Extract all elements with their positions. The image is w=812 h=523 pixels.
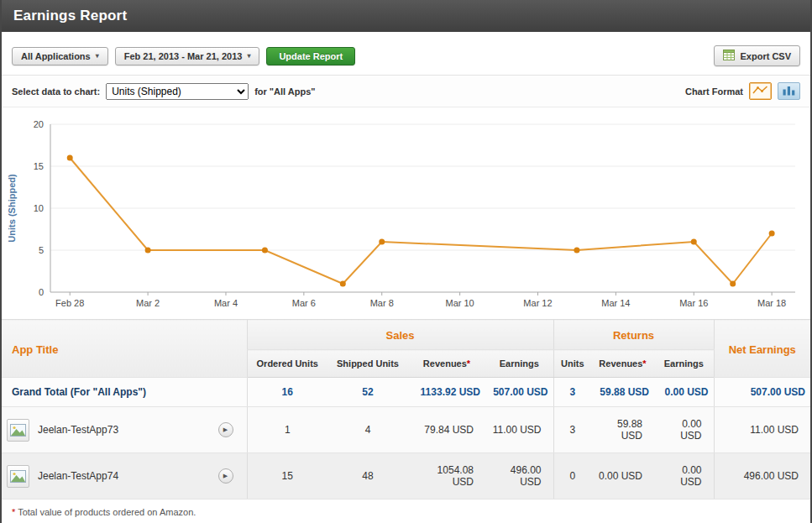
svg-text:Mar 4: Mar 4 [214, 298, 238, 308]
chart-controls: Select data to chart: Units (Shipped) fo… [2, 75, 810, 107]
svg-text:5: 5 [39, 245, 44, 255]
chevron-down-icon: ▾ [96, 53, 99, 60]
bar-chart-format-button[interactable] [778, 82, 800, 100]
for-all-apps-label: for "All Apps" [254, 86, 315, 97]
expand-row-button[interactable]: ▶ [218, 468, 233, 484]
asterisk: * [12, 507, 15, 517]
app-icon [7, 465, 29, 488]
table-cell: 496.00 USD [485, 453, 553, 499]
app-title-header: App Title [2, 320, 247, 378]
net-earnings-header: Net Earnings [714, 320, 810, 378]
table-cell: 16 [247, 378, 327, 407]
grand-total-title: Grand Total (For "All Apps") [2, 378, 247, 407]
table-cell: 507.00 USD [485, 378, 553, 407]
toolbar-left: All Applications ▾ Feb 21, 2013 - Mar 21… [12, 47, 355, 65]
chevron-down-icon: ▾ [247, 53, 250, 60]
table-cell: 3 [553, 378, 591, 407]
table-cell: 52 [327, 378, 408, 407]
returns-units-header: Units [553, 350, 591, 378]
svg-text:Mar 8: Mar 8 [370, 298, 394, 308]
table-cell: 0 [553, 453, 591, 499]
table-row: Jeelan-TestApp74 ▶ 15 48 1054.08 USD 496… [2, 453, 810, 499]
line-chart: 05101520Feb 28Mar 2Mar 4Mar 6Mar 8Mar 10… [3, 114, 809, 317]
svg-text:Mar 12: Mar 12 [523, 298, 552, 308]
applications-dropdown-label: All Applications [21, 51, 91, 61]
table-cell: 4 [327, 407, 408, 453]
returns-earnings-header: Earnings [654, 350, 714, 378]
table-cell: 79.84 USD [408, 407, 485, 453]
page-title: Earnings Report [13, 8, 127, 24]
select-data-label: Select data to chart: [12, 86, 100, 97]
asterisk: * [642, 358, 646, 369]
app-title-text: Jeelan-TestApp73 [38, 424, 118, 436]
svg-text:Mar 14: Mar 14 [601, 298, 630, 308]
svg-text:10: 10 [34, 203, 44, 213]
sales-group-header: Sales [247, 320, 553, 350]
app-icon [7, 419, 29, 442]
svg-text:Units (Shipped): Units (Shipped) [7, 174, 17, 243]
export-csv-button[interactable]: Export CSV [714, 45, 800, 66]
table-group-header-row: App Title Sales Returns Net Earnings [2, 320, 810, 350]
table-cell: 15 [247, 453, 327, 499]
table-cell: 0.00 USD [654, 378, 714, 407]
svg-text:Mar 16: Mar 16 [679, 298, 708, 308]
applications-dropdown[interactable]: All Applications ▾ [12, 47, 108, 65]
svg-text:15: 15 [34, 161, 44, 171]
sales-revenues-label: Revenues [423, 358, 467, 369]
line-chart-icon [752, 85, 768, 98]
app-title-cell: Jeelan-TestApp74 ▶ [2, 453, 247, 499]
table-cell: 1054.08 USD [408, 453, 485, 499]
table-cell: 48 [327, 453, 408, 499]
svg-text:Mar 18: Mar 18 [757, 298, 786, 308]
table-cell: 59.88 USD [591, 378, 654, 407]
grand-total-row: Grand Total (For "All Apps") 16 52 1133.… [2, 378, 810, 407]
table-cell: 0.00 USD [654, 453, 714, 499]
toolbar: All Applications ▾ Feb 21, 2013 - Mar 21… [2, 32, 810, 75]
table-cell: 1133.92 USD [408, 378, 485, 407]
play-icon: ▶ [223, 426, 228, 433]
earnings-table: App Title Sales Returns Net Earnings Ord… [2, 319, 810, 499]
shipped-units-header: Shipped Units [327, 350, 408, 378]
table-cell: 0.00 USD [654, 407, 714, 453]
chart-format-label: Chart Format [685, 86, 743, 97]
svg-text:Mar 6: Mar 6 [292, 298, 316, 308]
sales-earnings-header: Earnings [485, 350, 553, 378]
table-cell: 59.88 USD [591, 407, 654, 453]
app-title-text: Jeelan-TestApp74 [38, 470, 118, 482]
table-cell: 11.00 USD [485, 407, 553, 453]
svg-text:0: 0 [39, 287, 44, 297]
returns-group-header: Returns [553, 320, 714, 350]
chart-data-select[interactable]: Units (Shipped) [106, 83, 249, 100]
table-cell: 1 [247, 407, 327, 453]
table-cell: 11.00 USD [714, 407, 810, 453]
update-report-label: Update Report [279, 51, 343, 61]
toolbar-right: Export CSV [714, 45, 800, 66]
svg-text:Mar 2: Mar 2 [136, 298, 160, 308]
units-shipped-chart: 05101520Feb 28Mar 2Mar 4Mar 6Mar 8Mar 10… [2, 107, 810, 319]
table-cell: 3 [553, 407, 591, 453]
line-chart-format-button[interactable] [749, 82, 772, 100]
date-range-label: Feb 21, 2013 - Mar 21, 2013 [124, 51, 243, 61]
page-header: Earnings Report [2, 0, 810, 32]
update-report-button[interactable]: Update Report [266, 47, 355, 65]
ordered-units-header: Ordered Units [247, 350, 327, 378]
sales-revenues-header: Revenues* [408, 350, 485, 378]
table-row: Jeelan-TestApp73 ▶ 1 4 79.84 USD 11.00 U… [2, 407, 810, 453]
export-csv-icon [723, 50, 735, 62]
returns-revenues-header: Revenues* [591, 350, 654, 378]
expand-row-button[interactable]: ▶ [218, 422, 233, 437]
table-cell: 0.00 USD [591, 453, 654, 499]
svg-text:Mar 10: Mar 10 [445, 298, 474, 308]
asterisk: * [467, 358, 470, 369]
returns-revenues-label: Revenues [599, 358, 642, 369]
svg-text:20: 20 [34, 119, 44, 129]
app-title-cell: Jeelan-TestApp73 ▶ [2, 407, 247, 453]
table-cell: 496.00 USD [714, 453, 810, 499]
play-icon: ▶ [223, 473, 228, 479]
table-cell: 507.00 USD [714, 378, 810, 407]
export-csv-label: Export CSV [740, 51, 791, 61]
svg-text:Feb 28: Feb 28 [55, 298, 84, 308]
footnote-text: Total value of products ordered on Amazo… [18, 507, 196, 517]
table-footnote: * Total value of products ordered on Ama… [2, 499, 810, 523]
date-range-dropdown[interactable]: Feb 21, 2013 - Mar 21, 2013 ▾ [115, 47, 260, 65]
